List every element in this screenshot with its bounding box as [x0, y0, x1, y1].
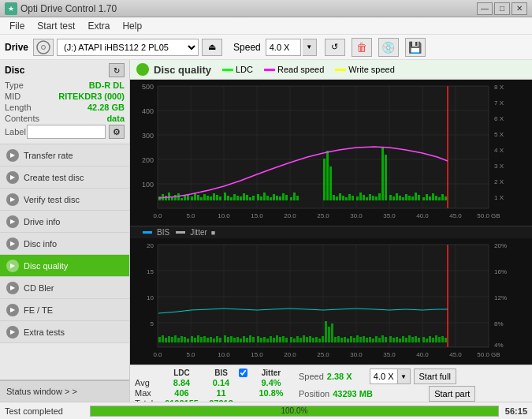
- legend-write-speed: Write speed: [335, 65, 395, 74]
- drive-dropdown[interactable]: (J:) ATAPI iHBS112 2 PL05: [57, 39, 199, 56]
- svg-rect-66: [339, 193, 341, 200]
- nav-verify-test-disc[interactable]: ▶ Verify test disc: [0, 189, 129, 211]
- maximize-button[interactable]: □: [494, 2, 510, 15]
- nav-create-test-disc[interactable]: ▶ Create test disc: [0, 166, 129, 189]
- minimize-button[interactable]: —: [477, 2, 493, 15]
- stats-speed-dropdown-arrow[interactable]: ▼: [398, 368, 411, 384]
- nav-disc-quality[interactable]: ▶ Disc quality: [0, 255, 129, 277]
- status-window-button[interactable]: Status window > >: [0, 380, 129, 402]
- speed-dropdown-arrow[interactable]: ▼: [303, 39, 317, 56]
- fe-te-icon: ▶: [6, 304, 19, 316]
- nav-cd-bler[interactable]: ▶ CD Bler: [0, 277, 129, 299]
- disc-label-input[interactable]: [27, 125, 106, 139]
- svg-rect-170: [260, 338, 262, 342]
- right-panel: Disc quality LDC Read speed Write speed: [130, 60, 532, 402]
- svg-rect-212: [396, 337, 398, 342]
- svg-rect-156: [213, 339, 215, 342]
- svg-rect-71: [356, 196, 359, 200]
- svg-text:4%: 4%: [494, 342, 504, 349]
- svg-rect-55: [279, 196, 281, 200]
- svg-rect-200: [356, 335, 359, 342]
- stats-bis-header: BIS: [203, 368, 239, 377]
- nav-disc-quality-label: Disc quality: [24, 261, 68, 271]
- start-full-button[interactable]: Start full: [414, 368, 456, 384]
- stats-row-col-empty: [135, 368, 160, 377]
- drive-icon-btn[interactable]: [33, 39, 54, 56]
- status-text: Test completed: [5, 406, 84, 416]
- svg-rect-48: [257, 194, 259, 200]
- legend-ldc: LDC: [222, 65, 253, 74]
- nav-transfer-rate[interactable]: ▶ Transfer rate: [0, 144, 129, 166]
- close-button[interactable]: ✕: [512, 2, 527, 15]
- stats-avg-jitter: 9.4%: [251, 378, 291, 387]
- svg-text:3 X: 3 X: [494, 163, 504, 170]
- svg-text:15: 15: [147, 268, 154, 275]
- svg-rect-53: [273, 194, 275, 200]
- svg-rect-158: [219, 338, 221, 342]
- svg-rect-202: [363, 336, 365, 342]
- stats-total-row: Total 6122155 97313: [135, 398, 291, 402]
- svg-rect-37: [219, 196, 221, 200]
- progress-text: 100.0%: [91, 406, 498, 416]
- svg-rect-188: [318, 339, 321, 342]
- svg-text:4 X: 4 X: [494, 147, 504, 154]
- svg-rect-70: [352, 196, 354, 200]
- eject-button[interactable]: ⏏: [202, 39, 222, 56]
- disc-label-gear-button[interactable]: ⚙: [109, 125, 125, 139]
- svg-rect-182: [299, 338, 302, 342]
- nav-fe-te[interactable]: ▶ FE / TE: [0, 299, 129, 321]
- svg-rect-50: [263, 193, 266, 200]
- stats-jitter-header: Jitter: [251, 368, 291, 377]
- status-window-label: Status window > >: [6, 387, 77, 396]
- stats-avg-ldc: 8.84: [160, 378, 203, 387]
- start-part-button[interactable]: Start part: [429, 386, 475, 402]
- svg-text:20%: 20%: [494, 242, 507, 249]
- nav-disc-info[interactable]: ▶ Disc info: [0, 233, 129, 255]
- menu-extra[interactable]: Extra: [81, 19, 116, 33]
- svg-rect-172: [266, 339, 269, 342]
- nav-verify-test-disc-label: Verify test disc: [24, 195, 80, 204]
- create-test-disc-icon: ▶: [6, 171, 19, 184]
- svg-rect-197: [347, 339, 349, 342]
- disc-label-row: Label ⚙: [5, 125, 125, 139]
- svg-rect-35: [213, 193, 215, 200]
- stats-speed-select[interactable]: 4.0 X: [370, 368, 398, 384]
- svg-text:25.0: 25.0: [317, 351, 329, 358]
- svg-rect-28: [191, 196, 193, 200]
- svg-rect-222: [429, 336, 431, 342]
- svg-text:10: 10: [147, 294, 154, 301]
- speed-label: Speed: [233, 42, 261, 53]
- svg-text:0.0: 0.0: [153, 212, 162, 219]
- svg-rect-26: [184, 196, 186, 200]
- transfer-rate-icon: ▶: [6, 149, 19, 162]
- svg-text:20.0: 20.0: [284, 351, 296, 358]
- svg-rect-68: [345, 197, 348, 200]
- svg-rect-148: [187, 339, 189, 342]
- svg-rect-207: [378, 338, 381, 342]
- disc-length-value: 42.28 GB: [87, 103, 125, 112]
- disc-type-label: Type: [5, 80, 24, 90]
- save-button[interactable]: 💾: [405, 38, 426, 57]
- menu-help[interactable]: Help: [116, 19, 148, 33]
- jitter-checkbox[interactable]: [239, 368, 247, 377]
- menu-start-test[interactable]: Start test: [31, 19, 81, 33]
- nav-extra-tests[interactable]: ▶ Extra tests: [0, 321, 129, 343]
- svg-rect-73: [363, 195, 365, 200]
- burn-button[interactable]: 💿: [378, 38, 399, 57]
- refresh-drive-button[interactable]: ↺: [325, 39, 345, 56]
- disc-refresh-button[interactable]: ↻: [109, 63, 125, 77]
- svg-text:35.0: 35.0: [383, 212, 396, 219]
- svg-rect-195: [340, 338, 343, 342]
- svg-text:40.0: 40.0: [416, 212, 429, 219]
- svg-rect-61: [323, 159, 326, 200]
- menu-file[interactable]: File: [3, 19, 31, 33]
- svg-rect-40: [230, 197, 233, 200]
- disc-quality-icon: ▶: [6, 260, 19, 272]
- verify-test-disc-icon: ▶: [6, 193, 19, 206]
- nav-drive-info[interactable]: ▶ Drive info: [0, 211, 129, 233]
- disc-mid-row: MID RITEKDR3 (000): [5, 92, 125, 101]
- main-content: Disc ↻ Type BD-R DL MID RITEKDR3 (000) L…: [0, 60, 532, 402]
- svg-rect-21: [168, 193, 170, 200]
- erase-button[interactable]: 🗑: [352, 38, 372, 57]
- legend-read-speed-label: Read speed: [277, 65, 324, 74]
